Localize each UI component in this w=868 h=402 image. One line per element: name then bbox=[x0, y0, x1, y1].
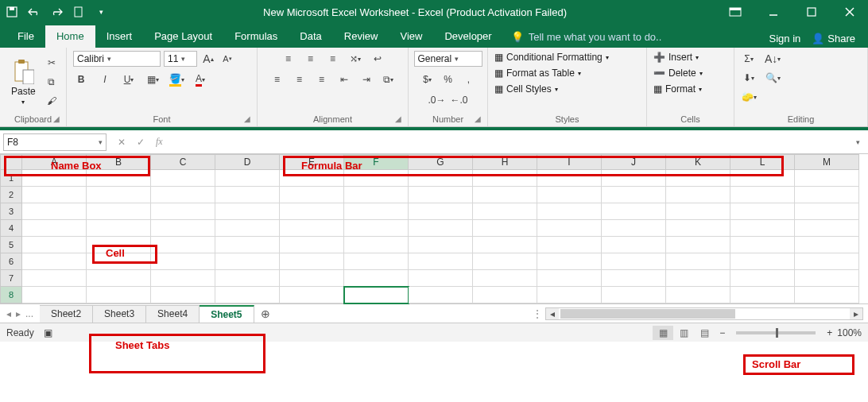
zoom-out-icon[interactable]: − bbox=[719, 327, 725, 338]
column-header[interactable]: C bbox=[151, 154, 215, 170]
cell[interactable] bbox=[344, 287, 409, 303]
row-header[interactable]: 8 bbox=[0, 287, 22, 303]
cell[interactable] bbox=[730, 237, 795, 253]
cell[interactable] bbox=[795, 170, 859, 187]
cell[interactable] bbox=[537, 253, 602, 270]
column-header[interactable]: G bbox=[409, 154, 473, 170]
cell[interactable] bbox=[215, 253, 280, 270]
cell[interactable] bbox=[409, 187, 473, 203]
cell[interactable] bbox=[344, 203, 409, 220]
qat-customize-icon[interactable]: ▾ bbox=[94, 5, 108, 19]
fx-icon[interactable]: fx bbox=[156, 136, 163, 148]
cell[interactable] bbox=[87, 203, 151, 220]
tab-home[interactable]: Home bbox=[45, 25, 95, 48]
cell[interactable] bbox=[730, 220, 795, 237]
cell[interactable] bbox=[795, 187, 859, 203]
cell[interactable] bbox=[602, 253, 666, 270]
cell[interactable] bbox=[537, 170, 602, 187]
maximize-icon[interactable] bbox=[798, 3, 825, 21]
select-all-corner[interactable] bbox=[0, 154, 22, 170]
sheet-tab[interactable]: Sheet4 bbox=[146, 305, 200, 323]
cell[interactable] bbox=[666, 253, 730, 270]
cell[interactable] bbox=[87, 170, 151, 187]
find-select-icon[interactable]: 🔍▾ bbox=[765, 70, 781, 86]
cell[interactable] bbox=[473, 170, 537, 187]
cell[interactable] bbox=[666, 187, 730, 203]
sheet-nav-prev-icon[interactable]: ◂ bbox=[6, 308, 11, 319]
cell[interactable] bbox=[666, 220, 730, 237]
cell[interactable] bbox=[602, 187, 666, 203]
tab-file[interactable]: File bbox=[6, 25, 45, 48]
cell[interactable] bbox=[409, 287, 473, 303]
cell[interactable] bbox=[473, 203, 537, 220]
fill-color-icon[interactable]: 🪣▾ bbox=[169, 72, 184, 87]
column-header[interactable]: E bbox=[280, 154, 344, 170]
cell[interactable] bbox=[280, 203, 344, 220]
cell[interactable] bbox=[215, 187, 280, 203]
add-sheet-button[interactable]: ⊕ bbox=[254, 307, 277, 320]
tell-me-box[interactable]: 💡 Tell me what you want to do.. bbox=[503, 26, 769, 48]
cell[interactable] bbox=[730, 270, 795, 287]
cell[interactable] bbox=[151, 203, 215, 220]
row-header[interactable]: 5 bbox=[0, 237, 22, 253]
cell[interactable] bbox=[215, 170, 280, 187]
tab-page-layout[interactable]: Page Layout bbox=[143, 25, 223, 48]
page-break-view-icon[interactable]: ▤ bbox=[694, 326, 715, 340]
sheet-nav-next-icon[interactable]: ▸ bbox=[16, 308, 21, 319]
cells-area[interactable] bbox=[22, 170, 868, 303]
row-header[interactable]: 3 bbox=[0, 203, 22, 220]
dialog-launcher-icon[interactable]: ◢ bbox=[473, 114, 482, 124]
cell[interactable] bbox=[666, 170, 730, 187]
decrease-indent-icon[interactable]: ⇤ bbox=[336, 72, 352, 87]
zoom-in-icon[interactable]: + bbox=[827, 327, 832, 338]
cell[interactable] bbox=[344, 237, 409, 253]
sheet-tab[interactable]: Sheet2 bbox=[40, 305, 93, 323]
orientation-icon[interactable]: ⤭▾ bbox=[347, 51, 363, 67]
cell[interactable] bbox=[730, 253, 795, 270]
cell[interactable] bbox=[151, 270, 215, 287]
undo-icon[interactable] bbox=[27, 5, 41, 19]
cell[interactable] bbox=[280, 253, 344, 270]
cell[interactable] bbox=[87, 287, 151, 303]
minimize-icon[interactable] bbox=[760, 3, 787, 21]
cell[interactable] bbox=[344, 270, 409, 287]
format-as-table-button[interactable]: ▦Format as Table▾ bbox=[494, 67, 581, 79]
row-header[interactable]: 4 bbox=[0, 220, 22, 237]
format-cells-button[interactable]: ▦Format▾ bbox=[653, 83, 702, 95]
column-header[interactable]: L bbox=[730, 154, 795, 170]
cell[interactable] bbox=[151, 187, 215, 203]
cell[interactable] bbox=[602, 287, 666, 303]
cancel-icon[interactable]: ✕ bbox=[118, 137, 126, 148]
expand-formula-bar-icon[interactable]: ▾ bbox=[851, 138, 865, 146]
name-box[interactable]: F8 ▾ bbox=[3, 133, 107, 151]
cell[interactable] bbox=[344, 187, 409, 203]
column-header[interactable]: J bbox=[602, 154, 666, 170]
underline-icon[interactable]: U▾ bbox=[121, 72, 137, 87]
percent-icon[interactable]: % bbox=[440, 72, 456, 87]
cell[interactable] bbox=[473, 187, 537, 203]
cell[interactable] bbox=[730, 287, 795, 303]
comma-icon[interactable]: , bbox=[461, 72, 477, 87]
page-layout-view-icon[interactable]: ▥ bbox=[673, 326, 694, 340]
cell[interactable] bbox=[730, 170, 795, 187]
redo-icon[interactable] bbox=[49, 5, 64, 19]
cell[interactable] bbox=[602, 237, 666, 253]
cell[interactable] bbox=[666, 203, 730, 220]
macro-record-icon[interactable]: ▣ bbox=[44, 327, 52, 338]
cell[interactable] bbox=[730, 203, 795, 220]
cell[interactable] bbox=[602, 220, 666, 237]
conditional-formatting-button[interactable]: ▦Conditional Formatting▾ bbox=[494, 51, 609, 64]
tab-view[interactable]: View bbox=[389, 25, 433, 48]
cell[interactable] bbox=[280, 187, 344, 203]
tab-formulas[interactable]: Formulas bbox=[223, 25, 289, 48]
italic-icon[interactable]: I bbox=[97, 72, 113, 87]
cell[interactable] bbox=[795, 270, 859, 287]
shrink-font-icon[interactable]: A▾ bbox=[219, 51, 235, 67]
row-header[interactable]: 1 bbox=[0, 170, 22, 187]
cell[interactable] bbox=[22, 203, 87, 220]
cell[interactable] bbox=[22, 220, 87, 237]
column-header[interactable]: A bbox=[22, 154, 87, 170]
column-header[interactable]: H bbox=[473, 154, 537, 170]
save-icon[interactable] bbox=[5, 5, 19, 19]
sheet-nav[interactable]: ◂ ▸ ... bbox=[0, 308, 40, 319]
